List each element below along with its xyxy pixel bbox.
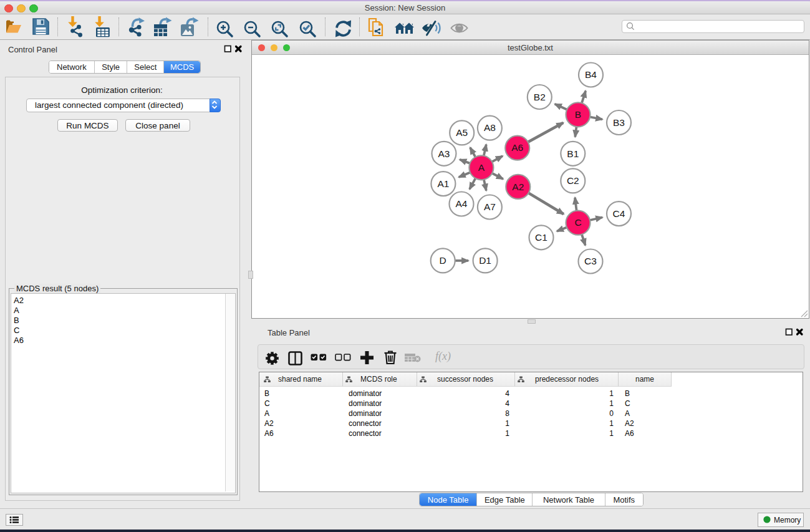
svg-text:A6: A6: [511, 142, 523, 153]
svg-text:A8: A8: [484, 122, 496, 133]
svg-text:B4: B4: [585, 69, 597, 80]
svg-text:A: A: [478, 162, 485, 173]
svg-text:A4: A4: [456, 198, 468, 209]
svg-text:C2: C2: [567, 175, 579, 186]
svg-text:A5: A5: [456, 127, 468, 138]
svg-text:A1: A1: [437, 178, 449, 189]
svg-text:A2: A2: [512, 181, 524, 192]
svg-text:A3: A3: [438, 148, 450, 159]
svg-text:C1: C1: [535, 232, 547, 243]
svg-text:C3: C3: [584, 256, 597, 266]
svg-text:B2: B2: [534, 92, 546, 102]
svg-text:D: D: [440, 255, 446, 266]
svg-text:C4: C4: [613, 208, 625, 219]
svg-text:B1: B1: [567, 148, 579, 159]
svg-text:D1: D1: [479, 255, 491, 266]
svg-text:C: C: [574, 217, 581, 228]
svg-text:A7: A7: [484, 201, 496, 212]
svg-text:B: B: [575, 109, 581, 120]
svg-text:B3: B3: [613, 117, 625, 128]
